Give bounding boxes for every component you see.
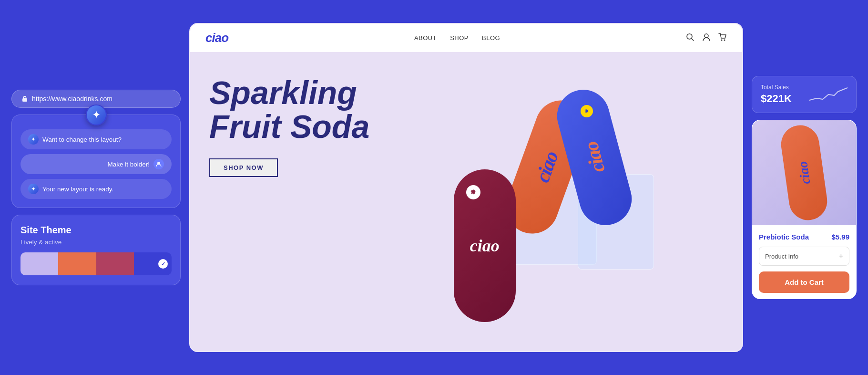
ciao-logo: ciao	[205, 31, 228, 45]
website-hero: Sparkling Fruit Soda SHOP NOW ciao	[190, 52, 742, 352]
sales-card: Total Sales $221K	[752, 76, 857, 113]
color-swatch-2	[58, 252, 96, 275]
cart-icon[interactable]	[718, 33, 727, 43]
sales-info: Total Sales $221K	[761, 84, 792, 105]
chat-bubble-user: Make it bolder!	[20, 154, 172, 174]
sales-chart	[809, 85, 848, 104]
chat-messages: ✦ Want to change this layout? Make it bo…	[20, 129, 172, 199]
can-maroon-label: ciao	[470, 236, 500, 256]
sales-label: Total Sales	[761, 84, 792, 91]
svg-line-3	[691, 38, 694, 41]
url-text: https://www.ciaodrinks.com	[32, 95, 112, 103]
hero-title: Sparkling Fruit Soda	[209, 76, 723, 144]
hero-title-line1: Sparkling	[209, 74, 357, 111]
product-card: ciao Prebiotic Soda $5.99 Product Info +…	[752, 120, 857, 299]
ai-chat-card: ✦ ✦ Want to change this layout? M	[11, 115, 181, 208]
hero-text: Sparkling Fruit Soda SHOP NOW	[209, 76, 723, 177]
color-swatch-1	[20, 252, 58, 275]
chat-text-ai-1: Want to change this layout?	[42, 136, 122, 143]
hero-title-line2: Fruit Soda	[209, 108, 369, 145]
svg-point-6	[724, 39, 725, 41]
site-theme-card: Site Theme Lively & active ✓	[11, 215, 181, 285]
nav-shop[interactable]: SHOP	[450, 34, 469, 42]
nav-blog[interactable]: BLOG	[482, 34, 500, 42]
starburst-blue: ✸	[581, 105, 593, 117]
chat-bubble-ai-1: ✦ Want to change this layout?	[20, 129, 172, 149]
product-can-label: ciao	[795, 160, 813, 185]
product-price: $5.99	[831, 233, 849, 241]
svg-point-5	[721, 39, 722, 41]
ai-bubble-icon-2: ✦	[28, 184, 39, 194]
lock-icon	[21, 95, 28, 102]
svg-rect-0	[22, 98, 27, 102]
add-to-cart-button[interactable]: Add to Cart	[759, 271, 849, 293]
right-panel: Total Sales $221K ciao Prebiotic Soda $5…	[752, 76, 857, 299]
product-info-label: Product Info	[765, 253, 798, 260]
shop-now-button[interactable]: SHOP NOW	[209, 158, 278, 177]
product-info-area: Prebiotic Soda $5.99 Product Info + Add …	[752, 225, 856, 299]
chat-bubble-ai-2: ✦ Your new layout is ready.	[20, 179, 172, 199]
nav-icons	[686, 33, 727, 43]
palette-checkmark: ✓	[158, 259, 168, 269]
user-avatar	[153, 159, 164, 169]
chat-text-ai-2: Your new layout is ready.	[42, 186, 113, 193]
product-image-area: ciao	[752, 120, 856, 225]
nav-about[interactable]: ABOUT	[414, 34, 437, 42]
site-theme-title: Site Theme	[20, 225, 172, 236]
ai-sparkle-icon: ✦	[92, 109, 101, 121]
color-swatch-3	[96, 252, 134, 275]
chat-text-user: Make it bolder!	[107, 161, 150, 168]
left-panel: https://www.ciaodrinks.com ✦ ✦ Want to c…	[11, 90, 181, 285]
starburst-maroon: ✸	[466, 185, 480, 199]
svg-point-4	[705, 34, 708, 38]
website-preview: ciao ABOUT SHOP BLOG	[189, 23, 743, 352]
user-icon[interactable]	[702, 33, 711, 43]
product-info-row[interactable]: Product Info +	[759, 247, 849, 266]
nav-links: ABOUT SHOP BLOG	[414, 34, 500, 42]
main-container: https://www.ciaodrinks.com ✦ ✦ Want to c…	[0, 0, 868, 375]
color-palette[interactable]: ✓	[20, 252, 172, 275]
product-can-mini: ciao	[778, 123, 829, 222]
ai-bubble-icon-1: ✦	[28, 134, 39, 145]
site-theme-subtitle: Lively & active	[20, 239, 172, 246]
sales-value: $221K	[761, 93, 792, 105]
can-maroon: ciao	[454, 169, 516, 322]
search-icon[interactable]	[686, 33, 694, 43]
product-info-plus-icon[interactable]: +	[839, 252, 843, 260]
ai-avatar: ✦	[86, 104, 107, 125]
product-name-row: Prebiotic Soda $5.99	[759, 233, 849, 241]
website-nav: ciao ABOUT SHOP BLOG	[190, 24, 742, 52]
product-name: Prebiotic Soda	[759, 233, 809, 241]
